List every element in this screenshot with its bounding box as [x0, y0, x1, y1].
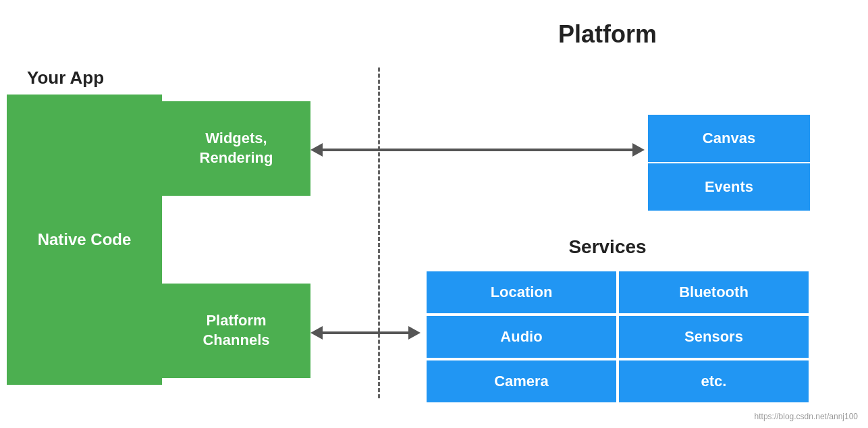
platform-label: Platform	[472, 20, 742, 49]
services-label: Services	[472, 236, 742, 258]
service-camera: Camera	[425, 359, 618, 404]
widgets-arrow	[310, 140, 645, 160]
services-grid: Location Bluetooth Audio Sensors Camera …	[425, 270, 810, 404]
widgets-rendering-block: Widgets,Rendering	[162, 101, 310, 196]
channels-arrow	[310, 323, 421, 343]
platform-channels-block: PlatformChannels	[162, 284, 310, 378]
widgets-rendering-label: Widgets,Rendering	[200, 129, 273, 167]
watermark: https://blog.csdn.net/annj100	[755, 412, 858, 421]
events-box: Events	[648, 163, 810, 211]
service-bluetooth: Bluetooth	[618, 270, 810, 315]
native-code-label: Native Code	[38, 230, 132, 249]
dashed-divider	[378, 68, 380, 398]
svg-marker-3	[310, 326, 323, 340]
diagram-container: Your App Platform Services Native Code W…	[0, 0, 868, 428]
platform-channels-label: PlatformChannels	[202, 311, 269, 350]
service-location: Location	[425, 270, 618, 315]
native-code-block: Native Code	[7, 95, 162, 385]
svg-marker-2	[632, 143, 645, 157]
svg-marker-5	[408, 326, 421, 340]
service-etc: etc.	[618, 359, 810, 404]
your-app-label: Your App	[27, 68, 104, 88]
svg-marker-0	[310, 143, 323, 157]
service-audio: Audio	[425, 315, 618, 359]
service-sensors: Sensors	[618, 315, 810, 359]
canvas-events-block: Canvas Events	[648, 115, 810, 211]
canvas-box: Canvas	[648, 115, 810, 163]
